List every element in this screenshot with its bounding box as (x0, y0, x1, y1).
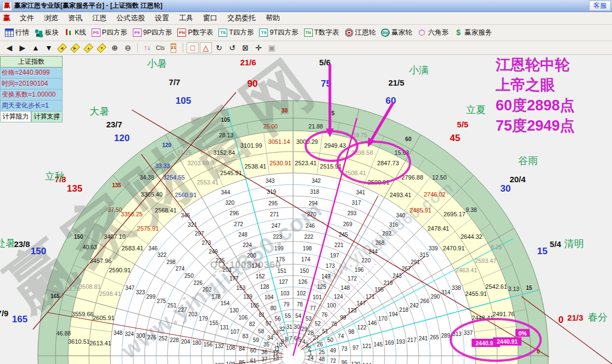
pan-left-icon[interactable]: ◀ (56, 42, 68, 53)
svg-text:243: 243 (392, 273, 402, 279)
t-square-label: T四方形 (229, 28, 254, 37)
zoom-in-button[interactable]: ⊕ (109, 42, 121, 53)
svg-text:147: 147 (357, 300, 366, 306)
customer-service-button[interactable]: 客服 (589, 1, 611, 11)
svg-text:20/4: 20/4 (509, 175, 526, 184)
pan-down-icon[interactable]: ▼ (96, 42, 108, 53)
quotes-icon (5, 29, 14, 37)
zoom-out-button[interactable]: ⊖ (122, 42, 134, 53)
svg-text:227: 227 (178, 307, 187, 313)
toolbar-sectors-button[interactable]: 板块 (32, 27, 61, 38)
t-square-icon: TS (218, 29, 227, 37)
svg-text:立秋: 立秋 (45, 171, 65, 182)
svg-text:35: 35 (263, 341, 270, 348)
svg-text:27: 27 (313, 335, 319, 341)
draw-square-button[interactable]: □ (187, 42, 199, 53)
svg-text:谷雨: 谷雨 (518, 155, 538, 166)
svg-text:2847.73: 2847.73 (377, 160, 399, 166)
svg-text:48: 48 (319, 356, 325, 362)
svg-text:120: 120 (162, 142, 171, 148)
svg-text:204: 204 (181, 339, 190, 345)
toolbar-t-square-button[interactable]: TST四方形 (216, 27, 256, 38)
svg-text:271: 271 (270, 211, 279, 217)
svg-text:小暑: 小暑 (147, 58, 167, 69)
toolbar-quotes-button[interactable]: 行情 (2, 27, 32, 38)
toolbar-9t-square-button[interactable]: T99T四方形 (256, 27, 301, 38)
updown-marker-icon[interactable]: ↑↓ (141, 42, 153, 53)
toolbar-t-number-table-button[interactable]: TNT数字表 (301, 27, 342, 38)
nav-prev-button[interactable]: ◀ (3, 42, 15, 53)
menu-item-浏览[interactable]: 浏览 (39, 12, 63, 24)
svg-text:219: 219 (384, 280, 393, 286)
menu-bar: 赢 文件浏览资讯江恩公式选股设置工具窗口交易委托帮助 (0, 12, 612, 25)
svg-text:99: 99 (340, 315, 347, 321)
calc-resistance-button[interactable]: 计算阻力 (0, 111, 31, 122)
calendar-icon[interactable]: 21 (167, 42, 179, 53)
svg-text:54: 54 (295, 313, 302, 319)
svg-text:294: 294 (308, 200, 318, 206)
menu-item-窗口[interactable]: 窗口 (198, 12, 222, 24)
box-x-button[interactable]: ⊠ (239, 42, 251, 53)
svg-text:61: 61 (250, 358, 257, 364)
svg-text:250: 250 (184, 273, 194, 279)
nav-down-button[interactable]: ▼ (43, 42, 55, 53)
svg-text:169: 169 (385, 340, 394, 346)
nav-up-button[interactable]: ▲ (30, 42, 42, 53)
svg-text:46.88: 46.88 (57, 330, 71, 337)
svg-text:266: 266 (420, 298, 430, 304)
svg-text:322: 322 (158, 252, 167, 258)
toolbar-kline-button[interactable]: K线 (61, 27, 89, 38)
toolbar-p-number-table-button[interactable]: PNP数字表 (175, 27, 216, 38)
window-title: 赢家江恩专业版[赢家服务平台] - [上证指数 江恩轮] (14, 1, 162, 10)
pan-right-icon[interactable]: ▶ (69, 42, 81, 53)
rotate-ccw-button[interactable]: ↺ (226, 42, 238, 53)
screen-button[interactable]: ▣ (266, 42, 278, 53)
svg-text:345: 345 (181, 212, 190, 219)
calc-support-button[interactable]: 计算支撑 (31, 111, 63, 122)
svg-text:197: 197 (330, 253, 339, 259)
svg-text:201: 201 (222, 267, 232, 273)
nav-next-button[interactable]: ▶ (16, 42, 29, 53)
toolbar-9p-square-button[interactable]: P99P四方形 (130, 27, 175, 38)
rotate-cw-button[interactable]: ↻ (213, 42, 225, 53)
svg-text:26: 26 (317, 341, 323, 348)
toolbar-winner-service-button[interactable]: $赢家服务 (451, 27, 495, 38)
svg-text:223: 223 (273, 234, 282, 240)
svg-text:34.38: 34.38 (139, 174, 154, 181)
menu-item-文件[interactable]: 文件 (15, 12, 39, 24)
svg-text:251: 251 (167, 303, 177, 309)
menu-item-设置[interactable]: 设置 (150, 12, 174, 24)
menu-item-交易委托[interactable]: 交易委托 (222, 12, 261, 24)
svg-text:175: 175 (276, 256, 285, 262)
svg-text:53: 53 (306, 316, 312, 322)
toolbar-p-square-button[interactable]: PSP四方形 (89, 27, 130, 38)
svg-text:220: 220 (362, 257, 371, 264)
toolbar-hexagon-button[interactable]: ⬡六角形 (415, 27, 452, 38)
menu-item-江恩[interactable]: 江恩 (87, 12, 111, 24)
svg-text:135: 135 (67, 183, 82, 194)
svg-text:249: 249 (209, 249, 218, 255)
svg-text:348: 348 (114, 330, 123, 336)
svg-text:90: 90 (248, 79, 258, 89)
svg-text:242: 242 (409, 303, 419, 309)
svg-text:124: 124 (334, 294, 343, 300)
pan-up-icon[interactable]: ▲ (82, 42, 94, 53)
svg-text:151: 151 (277, 268, 287, 274)
toolbar-winner-wheel-button[interactable]: Big赢家轮 (378, 27, 415, 38)
svg-text:2598.41: 2598.41 (99, 290, 121, 297)
menu-item-公式选股[interactable]: 公式选股 (111, 12, 150, 24)
svg-text:297: 297 (195, 231, 204, 237)
svg-text:2568.41: 2568.41 (155, 207, 177, 214)
expand-button[interactable]: ✛ (252, 42, 265, 53)
svg-text:56: 56 (274, 316, 281, 322)
menu-item-帮助[interactable]: 帮助 (261, 12, 285, 24)
menu-item-工具[interactable]: 工具 (174, 12, 198, 24)
menu-item-资讯[interactable]: 资讯 (63, 12, 87, 24)
cls-button[interactable]: Cls (154, 42, 166, 53)
sectors-icon (35, 29, 43, 37)
toolbar-separator (137, 43, 138, 53)
info-row-2: 变换系数=1.00000 (0, 89, 63, 100)
t-number-table-icon: TN (304, 29, 313, 37)
toolbar-gann-wheel-button[interactable]: 江恩轮 (342, 27, 379, 38)
draw-triangle-button[interactable]: △ (200, 42, 212, 53)
